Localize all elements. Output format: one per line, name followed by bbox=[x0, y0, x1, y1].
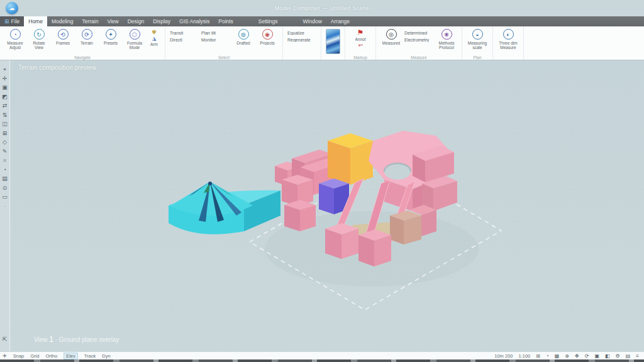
corner-icon[interactable]: ◩ bbox=[2, 94, 8, 100]
ribbon-button-annot[interactable]: ⚑Annot➳ bbox=[350, 29, 371, 48]
tab-window[interactable]: Window bbox=[299, 16, 326, 26]
ribbon-button-measuring-scale[interactable]: ◒Measuring scale bbox=[467, 29, 488, 50]
swap-v-icon[interactable]: ⇅ bbox=[3, 112, 8, 118]
ribbon-text-button-determined[interactable]: DeterminedElectrometry bbox=[404, 29, 433, 42]
status-right-cluster: 10m 2001:100⊞◔▦⊕✥⟳▣◧⚙▤≡ bbox=[494, 353, 639, 359]
ribbon-button-drafted[interactable]: ◍Drafted bbox=[233, 29, 254, 45]
title-bar: ☁ Model Composer — Untitled Scene bbox=[0, 0, 644, 16]
ribbon-mini-stack[interactable]: ✾◮Arm bbox=[148, 29, 160, 47]
wedge-icon: ◮ bbox=[152, 36, 156, 41]
status-icon-0[interactable]: ⊞ bbox=[536, 353, 540, 359]
tab-home[interactable]: Home bbox=[24, 16, 47, 26]
ribbon-button-frames[interactable]: ⟲Frames bbox=[52, 29, 74, 45]
ribbon-button-formula-mode[interactable]: ⬡Formula Mode bbox=[124, 29, 145, 50]
tab-view[interactable]: View bbox=[103, 16, 123, 26]
status-toggle-dyn[interactable]: Dyn bbox=[102, 353, 110, 359]
status-icon-10[interactable]: ≡ bbox=[636, 353, 639, 359]
panel-icon[interactable]: ◫ bbox=[2, 121, 8, 127]
status-toggle-grid[interactable]: Grid bbox=[30, 353, 39, 359]
tab-arrange[interactable]: Arrange bbox=[326, 16, 354, 26]
status-icon-8[interactable]: ⚙ bbox=[616, 353, 620, 359]
ribbon-group-caption: Select bbox=[165, 55, 282, 60]
ribbon-tab-bar: ⊞FileHomeModelingTerrainViewDesignDispla… bbox=[0, 16, 644, 26]
ribbon-button-measure-adjust[interactable]: ◔Measure Adjust bbox=[4, 29, 26, 50]
app-logo-icon[interactable]: ☁ bbox=[6, 2, 18, 14]
status-toggle-elev[interactable]: Elev bbox=[64, 353, 78, 359]
swap-h-icon[interactable]: ⇄ bbox=[3, 103, 8, 109]
ribbon-text-button-equalize[interactable]: EqualizeRegenerate bbox=[287, 29, 316, 42]
add-icon[interactable]: ✛ bbox=[3, 76, 8, 82]
status-toggle-ortho[interactable]: Ortho bbox=[45, 353, 57, 359]
tab-gis-analysis[interactable]: GIS Analysis bbox=[175, 16, 214, 26]
status-icon-3[interactable]: ⊕ bbox=[565, 353, 569, 359]
status-crosshair-icon[interactable]: ✛ bbox=[3, 353, 7, 359]
ribbon-group-select: TransitDirectiPlan tiltMonitor◍Drafted◉P… bbox=[165, 26, 283, 60]
view-number: 1 bbox=[49, 335, 53, 344]
viewport-title-overlay: Terrain composition preview bbox=[18, 64, 96, 71]
status-readout-10m-200: 10m 200 bbox=[494, 353, 513, 359]
ribbon-text-button-plan-tilt[interactable]: Plan tiltMonitor bbox=[201, 29, 230, 42]
three-dim-measure-icon: ◐ bbox=[503, 29, 514, 40]
angle-icon[interactable]: ◔ bbox=[3, 167, 6, 173]
ribbon-button-terrain[interactable]: ⟳Terrain bbox=[76, 29, 97, 45]
status-icon-9[interactable]: ▤ bbox=[626, 353, 631, 359]
status-icon-2[interactable]: ▦ bbox=[555, 353, 560, 359]
tab-label: Window bbox=[303, 18, 322, 25]
status-toggle-snap[interactable]: Snap bbox=[13, 353, 25, 359]
figure-icon: ✾ bbox=[152, 29, 157, 35]
tab-points[interactable]: Points bbox=[214, 16, 238, 26]
status-icon-5[interactable]: ⟳ bbox=[585, 353, 589, 359]
tab-design[interactable]: Design bbox=[123, 16, 148, 26]
status-readout-1-100: 1:100 bbox=[518, 353, 530, 359]
status-icon-4[interactable]: ✥ bbox=[575, 353, 579, 359]
tab-file[interactable]: ⊞File bbox=[0, 16, 24, 26]
projects-icon: ◉ bbox=[262, 29, 273, 40]
pencil-icon[interactable]: ✎ bbox=[3, 149, 8, 155]
grid-icon[interactable]: ⊞ bbox=[3, 131, 8, 136]
ribbon-text-button-transit[interactable]: TransitDirecti bbox=[170, 29, 199, 42]
snap-icon[interactable]: ⊙ bbox=[3, 185, 8, 191]
ribbon-group-caption: Plan bbox=[462, 55, 492, 60]
frame-icon[interactable]: ▣ bbox=[2, 85, 8, 90]
ribbon-button-label: Measure Adjust bbox=[4, 41, 26, 50]
left-toolbar: ⌖✛▣◩⇄⇅◫⊞◇✎⌗◔▤⊙▭·⇱ bbox=[0, 60, 10, 351]
tab-label: Terrain bbox=[82, 18, 98, 25]
tab-terrain[interactable]: Terrain bbox=[77, 16, 103, 26]
tab-settings[interactable]: Settings bbox=[254, 16, 282, 26]
viewport-3d[interactable]: Terrain composition preview View 1 · Gro… bbox=[10, 60, 644, 351]
tab-label: Home bbox=[28, 18, 43, 25]
tab-label: GIS Analysis bbox=[179, 18, 209, 25]
layers-icon[interactable]: ▤ bbox=[2, 176, 8, 182]
target-icon[interactable]: ⌖ bbox=[3, 67, 6, 72]
ribbon-text-line: Directi bbox=[170, 38, 199, 42]
expand-icon[interactable]: ⇱ bbox=[3, 337, 8, 343]
ribbon-button-measured[interactable]: ◎Measured bbox=[380, 29, 402, 45]
measure-adjust-icon: ◔ bbox=[10, 29, 21, 40]
ribbon-button-rotate-view[interactable]: ↻Rotate View bbox=[28, 29, 50, 50]
ribbon-text-line: Electrometry bbox=[404, 38, 433, 42]
tab-display[interactable]: Display bbox=[148, 16, 175, 26]
status-icon-7[interactable]: ◧ bbox=[605, 353, 610, 359]
status-icon-1[interactable]: ◔ bbox=[546, 353, 549, 359]
terrain-preview-thumbnail[interactable] bbox=[326, 29, 340, 54]
terrain-icon: ⟳ bbox=[82, 29, 92, 40]
hatch-icon[interactable]: ⌗ bbox=[3, 158, 6, 163]
scene-canvas[interactable] bbox=[10, 60, 644, 351]
status-icon-6[interactable]: ▣ bbox=[594, 353, 599, 359]
diamond-icon[interactable]: ◇ bbox=[3, 140, 7, 145]
ribbon-group-caption: Measure bbox=[376, 55, 462, 60]
tab-modeling[interactable]: Modeling bbox=[47, 16, 78, 26]
ribbon-button-projects[interactable]: ◉Projects bbox=[257, 29, 278, 45]
ribbon-button-three-dim-measure[interactable]: ◐Three dim Measure bbox=[497, 29, 519, 50]
ribbon-button-methods-protocol[interactable]: ❀Methods Protocol bbox=[436, 29, 457, 50]
rect-icon[interactable]: ▭ bbox=[2, 194, 8, 200]
ribbon-button-presets[interactable]: ✦Presets bbox=[100, 29, 121, 45]
model-cyan-fan-cone[interactable] bbox=[169, 182, 280, 234]
formula-mode-icon: ⬡ bbox=[130, 29, 140, 40]
status-toggle-track[interactable]: Track bbox=[84, 353, 96, 359]
methods-protocol-icon: ❀ bbox=[441, 29, 452, 40]
ribbon-button-label: Measured bbox=[382, 41, 401, 45]
ribbon-button-label: Projects bbox=[260, 41, 274, 45]
ribbon-button-label: Frames bbox=[56, 41, 70, 45]
ribbon-text-line: Plan tilt bbox=[201, 31, 230, 35]
